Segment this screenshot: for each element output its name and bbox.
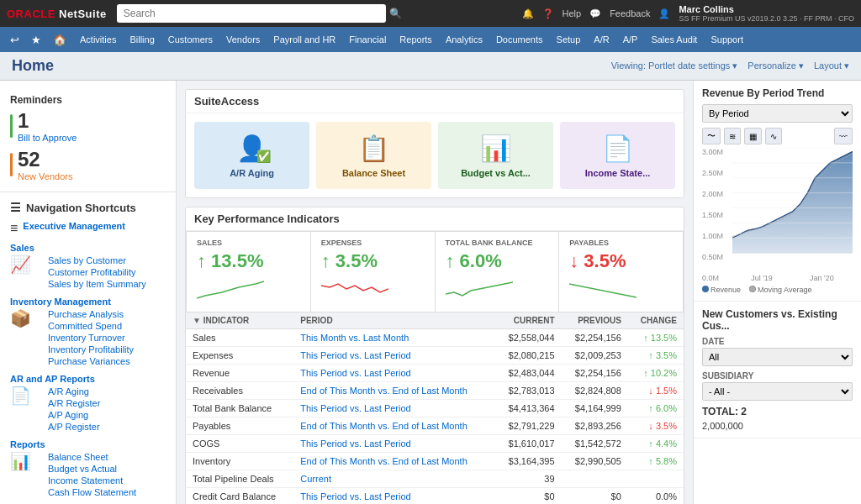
kpi-row: Total Bank Balance This Period vs. Last … (186, 400, 684, 417)
nav-item-a/r[interactable]: A/R (587, 34, 615, 45)
arap-section: AR and AP Reports 📄 A/R Aging A/R Regist… (0, 370, 176, 436)
kpi-portlet: Key Performance Indicators SALES ↑ 13.5%… (185, 207, 684, 504)
kpi-cell-change: ↓ 3.5% (628, 417, 684, 435)
kpi-cell-period[interactable]: End of This Month vs. End of Last Month (293, 417, 494, 435)
sales-title[interactable]: Sales (10, 243, 166, 253)
nav-item-vendors[interactable]: Vendors (219, 34, 267, 45)
inv-link-3[interactable]: Inventory Profitability (36, 344, 134, 355)
legend-revenue: Revenue (710, 286, 741, 294)
arap-link-0[interactable]: A/R Aging (36, 386, 100, 397)
nav-item-activities[interactable]: Activities (73, 34, 123, 45)
reminders-label2[interactable]: New Vendors (18, 171, 72, 181)
suite-card-bs[interactable]: 📋 Balance Sheet (316, 122, 431, 189)
kpi-sales-value: ↑ 13.5% (197, 250, 300, 272)
kpi-cell-change: 0.0% (628, 488, 684, 505)
nav-item-a/p[interactable]: A/P (616, 34, 645, 45)
help-label[interactable]: Help (563, 8, 582, 18)
rep-link-3[interactable]: Cash Flow Statement (36, 486, 136, 498)
inv-title[interactable]: Inventory Management (10, 297, 166, 307)
sales-link-2[interactable]: Sales by Item Summary (36, 278, 146, 290)
inv-link-2[interactable]: Inventory Turnover (36, 332, 134, 344)
kpi-cell-indicator: Receivables (186, 382, 293, 400)
rep-link-1[interactable]: Budget vs Actual (36, 463, 136, 475)
kpi-sales: SALES ↑ 13.5% (187, 232, 311, 312)
nav-item-billing[interactable]: Billing (123, 34, 161, 45)
feedback-label[interactable]: Feedback (610, 8, 650, 18)
kpi-cards: SALES ↑ 13.5% EXPENSES ↑ 3.5% TOTAL BANK… (186, 231, 684, 312)
arap-title[interactable]: AR and AP Reports (10, 374, 166, 384)
kpi-cell-period[interactable]: This Period vs. Last Period (293, 435, 494, 453)
suite-card-ar[interactable]: 👤✅ A/R Aging (194, 122, 309, 189)
nav-item-sales-audit[interactable]: Sales Audit (644, 34, 704, 45)
legend-ma: Moving Average (758, 286, 811, 294)
chat-icon[interactable]: 💬 (589, 8, 601, 19)
kpi-cell-period[interactable]: This Period vs. Last Period (293, 488, 494, 505)
period-dropdown[interactable]: By Period (702, 104, 853, 123)
suite-card-is[interactable]: 📄 Income State... (560, 122, 675, 189)
page-title: Home (12, 57, 54, 75)
reports-title[interactable]: Reports (10, 439, 166, 449)
arap-link-3[interactable]: A/P Register (36, 421, 100, 433)
nav-item-payroll-and-hr[interactable]: Payroll and HR (267, 34, 342, 45)
suite-access-grid: 👤✅ A/R Aging 📋 Balance Sheet 📊 Budget vs… (186, 113, 684, 197)
back-icon[interactable]: ↩ (5, 30, 24, 50)
subsidiary-select[interactable]: - All - (702, 382, 853, 401)
exec-mgmt-item[interactable]: ≡ Executive Management (0, 218, 176, 239)
kpi-payables-label: PAYABLES (569, 239, 673, 247)
nav-item-documents[interactable]: Documents (489, 34, 550, 45)
kpi-cell-change: ↑ 13.5% (628, 329, 684, 347)
nav-item-support[interactable]: Support (704, 34, 750, 45)
kpi-cell-period[interactable]: This Period vs. Last Period (293, 347, 494, 365)
th-previous[interactable]: PREVIOUS (562, 312, 628, 329)
star-icon[interactable]: ★ (26, 30, 46, 50)
arap-link-2[interactable]: A/P Aging (36, 409, 100, 421)
kpi-cell-period[interactable]: End of This Month vs. End of Last Month (293, 453, 494, 470)
sales-link-0[interactable]: Sales by Customer (36, 255, 146, 266)
th-period[interactable]: PERIOD (293, 312, 494, 329)
reminders-count1: 1 (18, 109, 77, 133)
help-icon[interactable]: ❓ (542, 8, 554, 19)
subsidiary-field: SUBSIDIARY - All - (702, 371, 853, 401)
search-icon[interactable]: 🔍 (389, 8, 402, 19)
inv-link-1[interactable]: Committed Spend (36, 320, 134, 332)
exec-mgmt-label[interactable]: Executive Management (23, 221, 125, 231)
th-indicator[interactable]: ▼ INDICATOR (186, 312, 293, 329)
personalize-btn[interactable]: Personalize ▾ (747, 60, 804, 71)
kpi-cell-previous: $2,893,256 (562, 417, 628, 435)
layout-btn[interactable]: Layout ▾ (814, 60, 849, 71)
reminders-label1[interactable]: Bill to Approve (18, 133, 77, 143)
nav-item-reports[interactable]: Reports (393, 34, 439, 45)
chart-area-btn[interactable]: ≋ (724, 128, 741, 144)
th-current[interactable]: CURRENT (494, 312, 561, 329)
arap-links: A/R Aging A/R Register A/P Aging A/P Reg… (36, 386, 100, 433)
kpi-cell-period[interactable]: This Period vs. Last Period (293, 365, 494, 382)
nav-item-financial[interactable]: Financial (342, 34, 393, 45)
toggle-icon[interactable]: ▼ (193, 316, 203, 325)
kpi-cell-period[interactable]: This Period vs. Last Period (293, 400, 494, 417)
viewing-portlet-btn[interactable]: Viewing: Portlet date settings ▾ (611, 60, 738, 71)
suite-card-bv[interactable]: 📊 Budget vs Act... (438, 122, 553, 189)
inv-link-0[interactable]: Purchase Analysis (36, 308, 134, 320)
chart-combo-btn[interactable]: ∿ (765, 128, 782, 144)
rep-link-0[interactable]: Balance Sheet (36, 451, 136, 463)
inv-link-4[interactable]: Purchase Variances (36, 355, 134, 367)
notifications-icon[interactable]: 🔔 (522, 8, 534, 19)
nav-item-setup[interactable]: Setup (550, 34, 588, 45)
suite-card-ar-icon: 👤✅ (236, 134, 267, 163)
kpi-cell-period[interactable]: End of This Month vs. End of Last Month (293, 382, 494, 400)
nav-item-customers[interactable]: Customers (161, 34, 219, 45)
rep-link-2[interactable]: Income Statement (36, 475, 136, 486)
chart-right-btn[interactable]: 〰 (834, 128, 853, 144)
search-input[interactable] (117, 4, 386, 23)
chart-line-btn[interactable]: 〜 (702, 128, 721, 144)
kpi-cell-current: $2,483,044 (494, 365, 561, 382)
chart-bar-btn[interactable]: ▦ (744, 128, 762, 144)
sales-link-1[interactable]: Customer Profitability (36, 266, 146, 278)
arap-link-1[interactable]: A/R Register (36, 397, 100, 409)
date-select[interactable]: All (702, 348, 853, 366)
nav-item-analytics[interactable]: Analytics (439, 34, 489, 45)
kpi-cell-period[interactable]: This Month vs. Last Month (293, 329, 494, 347)
home-icon[interactable]: 🏠 (48, 30, 71, 50)
kpi-cell-period[interactable]: Current (293, 470, 494, 488)
th-change[interactable]: CHANGE (628, 312, 684, 329)
